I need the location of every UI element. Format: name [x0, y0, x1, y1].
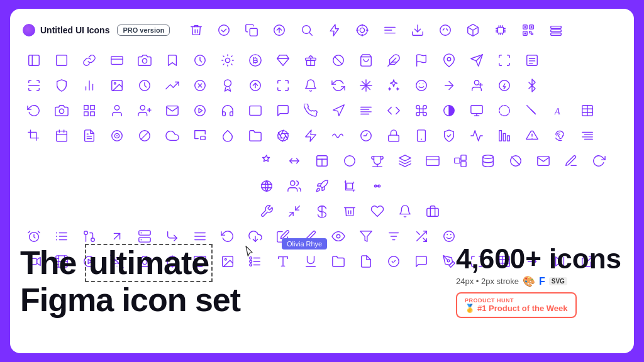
cursor-click-icon	[518, 98, 546, 123]
arrow-up-circle-icon	[242, 73, 269, 98]
creditcard2-icon	[419, 148, 447, 173]
product-hunt-badge[interactable]: PRODUCT HUNT 🥇 #1 Product of the Week	[456, 292, 577, 318]
svg-rect-36	[551, 26, 562, 29]
aperture-icon	[269, 123, 297, 148]
qr-code-icon	[514, 18, 542, 43]
svg-rect-113	[471, 106, 482, 114]
chart-bar-icon	[491, 123, 518, 148]
award-icon	[214, 73, 242, 98]
svg-point-88	[416, 80, 427, 91]
shield-icon	[48, 73, 75, 98]
logo-area: Untitled UI Icons	[23, 24, 109, 36]
icon-row-4: A	[20, 98, 624, 123]
users-icon	[280, 173, 308, 199]
pro-badge[interactable]: PRO version	[117, 25, 170, 36]
svg-point-3	[303, 26, 311, 34]
copy-icon	[238, 18, 265, 43]
settings2-icon	[253, 148, 280, 173]
svg-rect-133	[201, 136, 205, 140]
globe-icon	[253, 173, 280, 199]
mail3-icon	[530, 148, 557, 173]
resize-icon	[280, 148, 308, 173]
bell2-icon	[391, 199, 419, 224]
svg-point-105	[195, 106, 206, 116]
svg-line-49	[223, 56, 224, 57]
user-add-icon	[131, 98, 158, 123]
svg-rect-146	[499, 131, 502, 141]
clock2-icon	[131, 73, 158, 98]
svg-line-179	[296, 206, 299, 210]
crop2-icon	[336, 173, 364, 199]
layout2-icon	[308, 148, 336, 173]
svg-point-96	[59, 109, 64, 113]
svg-rect-144	[418, 130, 426, 141]
zap2-icon	[297, 123, 325, 148]
ph-label: PRODUCT HUNT	[465, 297, 514, 304]
svg-rect-163	[426, 156, 439, 166]
underline-icon	[297, 249, 325, 274]
svg-rect-147	[503, 133, 506, 141]
activity-icon	[463, 123, 491, 148]
cloud-icon	[158, 123, 186, 148]
list-alt-icon	[518, 48, 546, 73]
bitcoin-icon	[242, 48, 269, 73]
bar-chart-icon	[75, 73, 103, 98]
svg-point-240	[250, 264, 252, 266]
chip-icon	[487, 18, 514, 43]
sun-icon	[214, 48, 242, 73]
filter-icon	[352, 224, 380, 249]
headline: The ultimate Figma icon set	[20, 244, 240, 318]
scan2-icon	[20, 73, 48, 98]
spec-line: 24px • 2px stroke 🎨 F SVG	[456, 275, 621, 287]
svg-rect-41	[57, 55, 67, 66]
folder2-icon	[325, 249, 352, 274]
icon-row-7	[20, 173, 624, 199]
refresh-icon	[431, 18, 459, 43]
svg-rect-193	[139, 238, 150, 242]
database-icon	[474, 148, 502, 173]
arrow-right-icon	[435, 73, 463, 98]
svg-marker-141	[306, 130, 316, 141]
eye-icon	[325, 224, 352, 249]
svg-point-200	[336, 234, 340, 238]
svg-rect-67	[527, 55, 538, 66]
phone-icon	[297, 98, 325, 123]
svg-rect-1	[250, 28, 258, 36]
svg-point-171	[262, 181, 272, 192]
svg-line-207	[417, 232, 420, 235]
icon-row-8	[20, 199, 624, 224]
svg-point-5	[360, 28, 365, 32]
svg-line-53	[223, 64, 224, 65]
dial-icon	[352, 123, 380, 148]
bell-icon	[297, 73, 325, 98]
svg-point-210	[450, 234, 452, 235]
svg-line-135	[284, 133, 287, 139]
phone2-icon	[408, 123, 435, 148]
navigation-icon	[325, 98, 352, 123]
svg-rect-175	[347, 183, 352, 189]
menu-icon	[376, 18, 404, 43]
svg-rect-38	[551, 33, 562, 36]
wave-icon	[325, 123, 352, 148]
svg-rect-34	[525, 33, 526, 35]
picture-in-picture-icon	[186, 123, 214, 148]
cancel-icon	[502, 148, 530, 173]
svg-badge: SVG	[549, 277, 567, 285]
trending-icon	[158, 73, 186, 98]
sparkles-icon	[380, 73, 408, 98]
figma-icon: 🎨	[523, 275, 535, 287]
svg-point-81	[225, 80, 231, 87]
play-icon	[186, 98, 214, 123]
svg-rect-148	[508, 136, 510, 141]
upload-icon	[265, 18, 293, 43]
layers-icon	[391, 148, 419, 173]
svg-rect-98	[91, 106, 94, 109]
collaborator-label: Olivia Rhye	[282, 238, 327, 250]
camera-icon	[131, 48, 158, 73]
svg-line-132	[141, 132, 148, 140]
target2-icon	[103, 123, 131, 148]
svg-point-0	[219, 25, 230, 36]
svg-point-208	[444, 231, 455, 242]
shopping-bag-icon	[352, 48, 380, 73]
headline-line1: The ultimate	[20, 244, 240, 282]
